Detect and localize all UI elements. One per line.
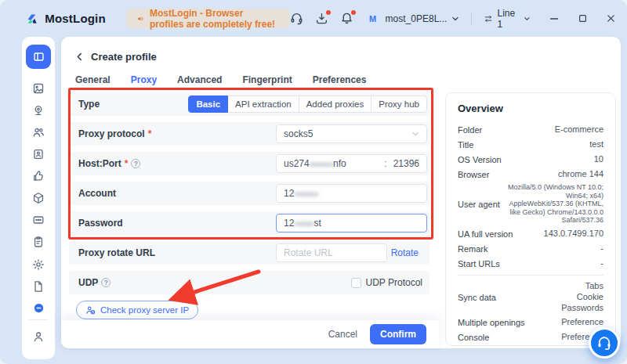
divider	[458, 275, 603, 276]
main-panel: Create profile General Proxy Advanced Fi…	[61, 37, 621, 348]
titlebar: MostLogin MostLogin - Browser profiles a…	[0, 0, 627, 37]
account-input[interactable]: 12●●●●●●	[276, 184, 427, 203]
overview-row-user-agent: User agentMozilla/5.0 (Windows NT 10.0; …	[458, 183, 603, 225]
sync-circle-icon	[33, 302, 45, 314]
cancel-button[interactable]: Cancel	[328, 329, 357, 340]
tab-fingerprint[interactable]: Fingerprint	[242, 74, 292, 90]
package-icon	[32, 192, 45, 204]
protocol-select[interactable]: socks5	[276, 124, 427, 143]
protocol-row: Proxy protocol* socks5	[69, 122, 429, 146]
overview-row-start-urls: Start URLs-	[458, 258, 603, 269]
card-add-icon	[32, 148, 45, 160]
udp-checkbox-label: UDP Protocol	[366, 277, 422, 288]
back-icon[interactable]	[75, 52, 84, 61]
customer-service-fab[interactable]	[589, 327, 620, 359]
network-line-icon	[484, 13, 493, 24]
rotate-url-row: Proxy rotate URL Rotate	[69, 241, 429, 265]
type-option-api-extraction[interactable]: API extraction	[227, 96, 299, 113]
bell-icon[interactable]	[340, 12, 353, 26]
page-title: Create profile	[91, 51, 157, 63]
help-icon[interactable]: ?	[101, 278, 111, 287]
sidebar-item-account[interactable]	[27, 326, 49, 348]
banner-text: MostLogin - Browser profiles are complet…	[150, 8, 279, 30]
thumbs-up-icon	[32, 170, 45, 182]
minimize-button[interactable]	[549, 13, 560, 24]
sidebar-item-extensions[interactable]	[27, 188, 49, 209]
password-redacted: ●●●●●	[294, 219, 314, 228]
sidebar-item-team[interactable]	[27, 122, 49, 143]
maximize-button[interactable]	[577, 13, 588, 24]
card-dots-icon	[32, 214, 45, 226]
required-mark: *	[148, 128, 152, 139]
divider	[29, 319, 48, 320]
udp-checkbox[interactable]	[351, 278, 361, 288]
person-check-icon	[85, 305, 96, 315]
sidebar	[22, 37, 55, 359]
account-menu[interactable]: M most_0PE8L...	[365, 11, 460, 27]
image-icon	[32, 82, 45, 95]
close-button[interactable]	[605, 13, 616, 24]
sidebar-item-gallery[interactable]	[27, 78, 49, 99]
required-mark: *	[125, 158, 129, 169]
sidebar-item-cards[interactable]	[27, 210, 49, 231]
protocol-label: Proxy protocol	[78, 128, 145, 139]
sidebar-item-sync-status[interactable]	[27, 297, 49, 319]
type-option-proxy-hub[interactable]: Proxy hub	[371, 96, 427, 113]
avatar: M	[365, 11, 381, 27]
download-icon[interactable]	[315, 12, 328, 26]
sidebar-item-documents[interactable]	[27, 276, 49, 297]
gear-icon	[32, 258, 45, 271]
overview-row-multiple-openings: Multiple openingsPreference	[458, 317, 603, 329]
overview-title: Overview	[458, 103, 603, 114]
overview-row-console: ConsolePreference	[458, 332, 603, 344]
sidebar-item-profiles[interactable]	[26, 45, 51, 69]
sidebar-item-likes[interactable]	[27, 166, 49, 187]
notification-dot	[326, 10, 331, 15]
megaphone-icon	[137, 13, 143, 24]
sidebar-item-profile-add[interactable]	[27, 144, 49, 165]
host-suffix: nfo	[333, 158, 346, 169]
brand-title: MostLogin	[45, 12, 106, 25]
tab-proxy[interactable]: Proxy	[131, 74, 157, 90]
overview-row-title: Titletest	[458, 139, 603, 150]
tab-preferences[interactable]: Preferences	[313, 74, 367, 90]
browser-profiles-icon	[33, 51, 45, 63]
clipboard-icon	[32, 236, 45, 248]
tab-advanced[interactable]: Advanced	[177, 74, 222, 90]
type-segmented-control: Basic API extraction Added proxies Proxy…	[189, 96, 427, 113]
host-prefix: us274	[284, 158, 310, 169]
type-row: Type Basic API extraction Added proxies …	[69, 92, 429, 116]
check-proxy-ip-button[interactable]: Check proxy server IP	[76, 301, 198, 319]
proxy-form: Type Basic API extraction Added proxies …	[69, 92, 429, 333]
protocol-value: socks5	[284, 128, 313, 139]
udp-label: UDP	[78, 277, 98, 288]
host-port-row: Host:Port*? us274●●●●●●nfo : 21396	[69, 152, 429, 175]
overview-row-os-version: OS Version10	[458, 153, 603, 165]
type-option-basic[interactable]: Basic	[188, 96, 228, 113]
rotate-action-link[interactable]: Rotate	[391, 247, 419, 258]
rotate-url-input[interactable]	[276, 243, 387, 262]
sidebar-item-notes[interactable]	[27, 232, 49, 253]
line-label: Line 1	[498, 8, 520, 30]
udp-row: UDP? UDP Protocol	[69, 271, 429, 294]
sidebar-item-camera[interactable]	[27, 100, 49, 121]
chevron-down-icon	[451, 15, 459, 23]
password-row: Password 12●●●●●st	[69, 211, 429, 235]
confirm-button[interactable]: Confirm	[370, 324, 426, 344]
host-port-input[interactable]: us274●●●●●●nfo : 21396	[276, 154, 427, 173]
overview-row-sync-data: Sync dataTabs Cookie Passwords	[458, 281, 603, 314]
host-redacted: ●●●●●●	[310, 160, 333, 168]
type-option-added-proxies[interactable]: Added proxies	[299, 96, 372, 113]
password-input[interactable]: 12●●●●●st	[276, 214, 427, 232]
support-headset-icon[interactable]	[290, 12, 303, 26]
help-icon[interactable]: ?	[131, 159, 140, 168]
line-selector[interactable]: Line 1	[484, 8, 531, 30]
tab-general[interactable]: General	[75, 74, 111, 90]
announcement-banner[interactable]: MostLogin - Browser profiles are complet…	[126, 9, 290, 28]
account-label: Account	[78, 188, 116, 199]
overview-row-remark: Remark-	[458, 243, 603, 254]
chevron-down-icon	[411, 130, 419, 138]
person-icon	[32, 330, 45, 343]
check-proxy-ip-label: Check proxy server IP	[100, 305, 189, 315]
sidebar-item-settings[interactable]	[27, 254, 49, 275]
